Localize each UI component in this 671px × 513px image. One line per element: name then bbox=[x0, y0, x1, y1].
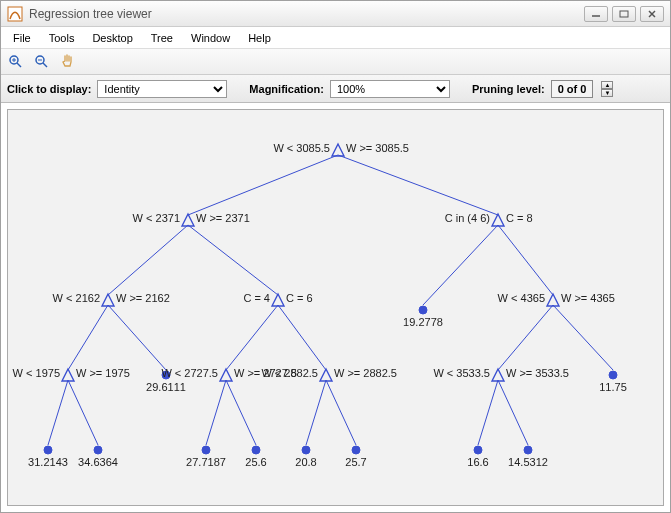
pruning-value: 0 of 0 bbox=[551, 80, 594, 98]
leaf-node[interactable] bbox=[524, 446, 532, 454]
leaf-node[interactable] bbox=[474, 446, 482, 454]
split-left-label: W < 2371 bbox=[133, 212, 180, 224]
split-right-label: W >= 1975 bbox=[76, 367, 130, 379]
split-node[interactable] bbox=[492, 369, 504, 381]
leaf-value: 11.75 bbox=[599, 381, 627, 393]
tree-edge bbox=[338, 155, 498, 215]
split-node[interactable] bbox=[332, 144, 344, 156]
app-window: Regression tree viewer File Tools Deskto… bbox=[0, 0, 671, 513]
split-left-label: W < 1975 bbox=[13, 367, 60, 379]
tree-edge bbox=[226, 305, 278, 370]
leaf-value: 25.6 bbox=[245, 456, 266, 468]
split-right-label: C = 8 bbox=[506, 212, 533, 224]
leaf-value: 31.2143 bbox=[28, 456, 68, 468]
tree-edge bbox=[206, 380, 226, 445]
tree-svg: W < 3085.5W >= 3085.5W < 2371W >= 2371C … bbox=[8, 110, 663, 510]
control-bar: Click to display: Identity Magnification… bbox=[1, 75, 670, 103]
menubar: File Tools Desktop Tree Window Help bbox=[1, 27, 670, 49]
window-title: Regression tree viewer bbox=[29, 7, 584, 21]
click-display-select[interactable]: Identity bbox=[97, 80, 227, 98]
tree-edge bbox=[226, 380, 256, 445]
svg-rect-2 bbox=[620, 11, 628, 17]
pruning-spinner: ▲ ▼ bbox=[601, 81, 613, 97]
leaf-node[interactable] bbox=[352, 446, 360, 454]
split-node[interactable] bbox=[102, 294, 114, 306]
leaf-node[interactable] bbox=[94, 446, 102, 454]
tree-edge bbox=[68, 380, 98, 445]
tree-edge bbox=[68, 305, 108, 370]
leaf-value: 16.6 bbox=[467, 456, 488, 468]
leaf-node[interactable] bbox=[609, 371, 617, 379]
tree-edge bbox=[423, 225, 498, 305]
leaf-node[interactable] bbox=[252, 446, 260, 454]
pan-icon[interactable] bbox=[59, 53, 77, 71]
split-right-label: W >= 3085.5 bbox=[346, 142, 409, 154]
tree-edge bbox=[553, 305, 613, 370]
leaf-value: 19.2778 bbox=[403, 316, 443, 328]
magnification-select[interactable]: 100% bbox=[330, 80, 450, 98]
leaf-value: 34.6364 bbox=[78, 456, 118, 468]
svg-line-6 bbox=[17, 63, 21, 67]
split-left-label: C = 4 bbox=[243, 292, 270, 304]
window-buttons bbox=[584, 6, 664, 22]
tree-edge bbox=[498, 380, 528, 445]
tree-edge bbox=[306, 380, 326, 445]
maximize-button[interactable] bbox=[612, 6, 636, 22]
menu-tree[interactable]: Tree bbox=[143, 30, 181, 46]
menu-window[interactable]: Window bbox=[183, 30, 238, 46]
leaf-value: 20.8 bbox=[295, 456, 316, 468]
split-left-label: W < 3085.5 bbox=[273, 142, 330, 154]
tree-edge bbox=[498, 225, 553, 295]
zoom-in-icon[interactable] bbox=[7, 53, 25, 71]
split-node[interactable] bbox=[320, 369, 332, 381]
split-left-label: W < 3533.5 bbox=[433, 367, 490, 379]
split-right-label: W >= 3533.5 bbox=[506, 367, 569, 379]
menu-desktop[interactable]: Desktop bbox=[84, 30, 140, 46]
minimize-button[interactable] bbox=[584, 6, 608, 22]
tree-edge bbox=[188, 225, 278, 295]
leaf-value: 25.7 bbox=[345, 456, 366, 468]
split-node[interactable] bbox=[492, 214, 504, 226]
leaf-node[interactable] bbox=[44, 446, 52, 454]
split-left-label: W < 4365 bbox=[498, 292, 545, 304]
tree-edge bbox=[278, 305, 326, 370]
split-right-label: W >= 2882.5 bbox=[334, 367, 397, 379]
split-left-label: C in (4 6) bbox=[445, 212, 490, 224]
split-right-label: W >= 2371 bbox=[196, 212, 250, 224]
tree-edge bbox=[326, 380, 356, 445]
split-node[interactable] bbox=[182, 214, 194, 226]
menu-file[interactable]: File bbox=[5, 30, 39, 46]
pruning-label: Pruning level: bbox=[472, 83, 545, 95]
pruning-down-button[interactable]: ▼ bbox=[601, 89, 613, 97]
tree-edge bbox=[498, 305, 553, 370]
toolbar bbox=[1, 49, 670, 75]
leaf-value: 27.7187 bbox=[186, 456, 226, 468]
tree-canvas[interactable]: W < 3085.5W >= 3085.5W < 2371W >= 2371C … bbox=[7, 109, 664, 506]
split-node[interactable] bbox=[220, 369, 232, 381]
leaf-node[interactable] bbox=[302, 446, 310, 454]
split-right-label: C = 6 bbox=[286, 292, 313, 304]
tree-edge bbox=[108, 305, 166, 370]
zoom-out-icon[interactable] bbox=[33, 53, 51, 71]
close-button[interactable] bbox=[640, 6, 664, 22]
split-node[interactable] bbox=[62, 369, 74, 381]
split-right-label: W >= 2162 bbox=[116, 292, 170, 304]
leaf-value: 14.5312 bbox=[508, 456, 548, 468]
menu-tools[interactable]: Tools bbox=[41, 30, 83, 46]
tree-edge bbox=[478, 380, 498, 445]
leaf-node[interactable] bbox=[202, 446, 210, 454]
pruning-up-button[interactable]: ▲ bbox=[601, 81, 613, 89]
menu-help[interactable]: Help bbox=[240, 30, 279, 46]
magnification-label: Magnification: bbox=[249, 83, 324, 95]
leaf-node[interactable] bbox=[419, 306, 427, 314]
tree-edge bbox=[188, 155, 338, 215]
split-node[interactable] bbox=[272, 294, 284, 306]
canvas-wrap: W < 3085.5W >= 3085.5W < 2371W >= 2371C … bbox=[1, 103, 670, 512]
split-node[interactable] bbox=[547, 294, 559, 306]
split-left-label: W < 2727.5 bbox=[161, 367, 218, 379]
tree-edge bbox=[108, 225, 188, 295]
app-icon bbox=[7, 6, 23, 22]
svg-line-10 bbox=[43, 63, 47, 67]
tree-edge bbox=[48, 380, 68, 445]
split-left-label: W < 2162 bbox=[53, 292, 100, 304]
